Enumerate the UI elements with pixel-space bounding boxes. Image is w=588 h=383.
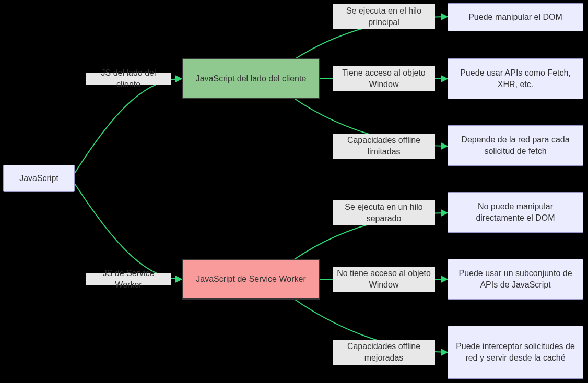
node-sw-dom[interactable]: No puede manipular directamente el DOM	[448, 192, 583, 233]
node-client-apis[interactable]: Puede usar APIs como Fetch, XHR, etc.	[448, 58, 583, 99]
node-sw[interactable]: JavaScript de Service Worker	[182, 259, 320, 300]
edge-label-root-client: JS del lado del cliente	[86, 73, 171, 85]
edge-label-client-c3: Capacidades offline limitadas	[333, 134, 435, 159]
node-client[interactable]: JavaScript del lado del cliente	[182, 58, 320, 99]
node-client-offline[interactable]: Depende de la red para cada solicitud de…	[448, 125, 583, 166]
edge-root-client	[75, 79, 182, 173]
diagram-canvas: JavaScript JavaScript del lado del clien…	[0, 0, 588, 383]
edge-root-sw	[75, 184, 182, 279]
node-client-dom[interactable]: Puede manipular el DOM	[448, 3, 583, 31]
edge-label-client-c2: Tiene acceso al objeto Window	[333, 66, 435, 91]
edge-label-root-sw: JS de Service Worker	[86, 273, 171, 285]
node-root[interactable]: JavaScript	[3, 165, 75, 192]
edge-label-client-c1: Se ejecuta en el hilo principal	[333, 4, 435, 29]
edge-label-sw-s3: Capacidades offline mejoradas	[333, 340, 435, 365]
node-sw-apis[interactable]: Puede usar un subconjunto de APIs de Jav…	[448, 259, 583, 300]
edge-label-sw-s2: No tiene acceso al objeto Window	[333, 267, 435, 292]
node-sw-offline[interactable]: Puede interceptar solicitudes de red y s…	[448, 326, 583, 379]
edge-label-sw-s1: Se ejecuta en un hilo separado	[333, 200, 435, 225]
